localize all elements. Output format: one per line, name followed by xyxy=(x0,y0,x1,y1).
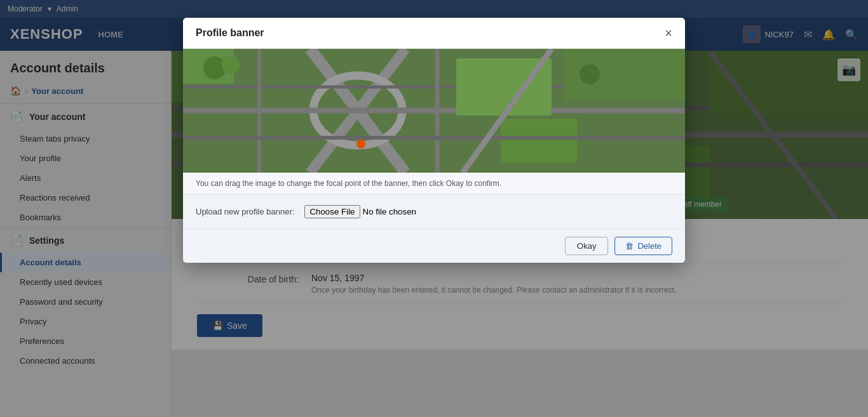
svg-point-38 xyxy=(356,140,365,149)
dialog-banner-image[interactable] xyxy=(183,49,685,173)
profile-banner-dialog: Profile banner × xyxy=(183,18,685,263)
dialog-footer: Okay 🗑 Delete xyxy=(183,228,685,263)
delete-button[interactable]: 🗑 Delete xyxy=(614,237,672,255)
dialog-hint: You can drag the image to change the foc… xyxy=(183,173,685,195)
dialog-title: Profile banner xyxy=(196,27,264,39)
delete-icon: 🗑 xyxy=(625,241,634,251)
dialog-overlay: Profile banner × xyxy=(0,0,868,417)
delete-label: Delete xyxy=(637,241,661,251)
okay-button[interactable]: Okay xyxy=(565,237,608,255)
dialog-close-button[interactable]: × xyxy=(665,27,672,39)
dialog-header: Profile banner × xyxy=(183,18,685,49)
svg-point-40 xyxy=(222,56,240,74)
upload-row: Upload new profile banner: xyxy=(196,205,672,218)
dialog-body: Upload new profile banner: xyxy=(183,195,685,228)
svg-point-42 xyxy=(615,68,641,93)
upload-label: Upload new profile banner: xyxy=(196,207,294,216)
file-input-wrapper xyxy=(304,205,672,218)
svg-point-41 xyxy=(580,64,600,84)
svg-rect-32 xyxy=(501,119,577,163)
file-input[interactable] xyxy=(304,205,672,218)
